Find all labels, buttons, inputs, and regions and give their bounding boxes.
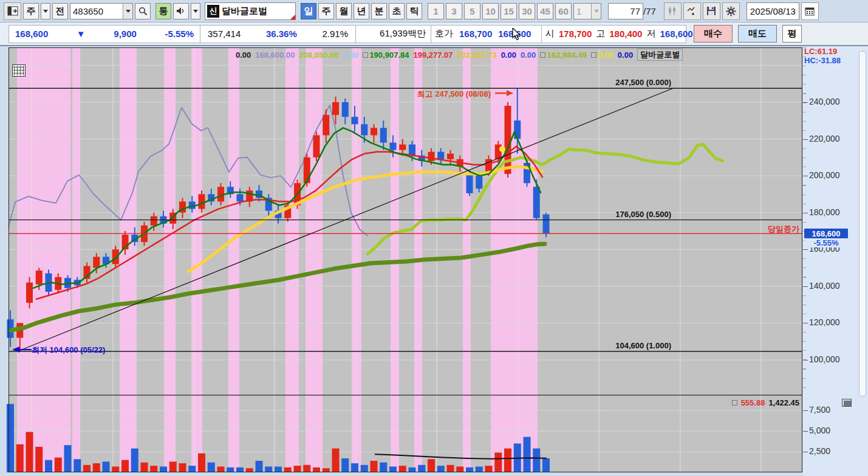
candle bbox=[199, 194, 205, 209]
volume-bar bbox=[208, 463, 215, 472]
candle bbox=[237, 194, 244, 201]
current-pct-axis-label: -5.55% bbox=[804, 238, 848, 247]
candle bbox=[505, 106, 511, 174]
candle bbox=[26, 283, 33, 303]
volume-bar bbox=[323, 468, 330, 472]
volume-bar bbox=[217, 467, 225, 472]
trade-amount: 61,939백만 bbox=[380, 28, 426, 40]
volume-bar bbox=[447, 465, 454, 472]
volume-bar bbox=[73, 459, 81, 472]
candle-tool-button[interactable] bbox=[664, 2, 682, 20]
settings-button[interactable] bbox=[722, 2, 740, 20]
save-button[interactable] bbox=[703, 2, 720, 20]
price-axis-label: 140,000 bbox=[809, 281, 840, 291]
fib-low-label: 104,600 (1.000) bbox=[550, 341, 671, 350]
period-tick-button[interactable]: 틱 bbox=[406, 3, 422, 19]
minute-10-button[interactable]: 10 bbox=[482, 3, 499, 19]
chart-kind-button[interactable]: 주 bbox=[23, 3, 39, 19]
price-axis-label: 120,000 bbox=[809, 317, 840, 327]
period-second-button[interactable]: 초 bbox=[389, 3, 405, 19]
volume-bar bbox=[303, 465, 310, 472]
legend-item: 190,907.84 bbox=[363, 50, 409, 60]
period-year-button[interactable]: 년 bbox=[354, 3, 369, 19]
period-minute-button[interactable]: 분 bbox=[371, 3, 387, 19]
date-input[interactable]: 2025/08/13 bbox=[747, 2, 799, 20]
candle bbox=[476, 176, 482, 188]
highlight-stripe bbox=[191, 47, 202, 472]
search-button[interactable] bbox=[135, 3, 151, 19]
volume-ma1-value: 555.88 bbox=[741, 398, 765, 407]
candlestick-icon bbox=[668, 6, 677, 16]
legend-item: 0.00 bbox=[343, 50, 358, 60]
minute-combo-dropdown[interactable] bbox=[591, 4, 601, 19]
period-day-button[interactable]: 일 bbox=[301, 3, 316, 19]
chart-kind-dropdown[interactable] bbox=[41, 3, 50, 19]
sound-button[interactable] bbox=[173, 3, 189, 19]
save-icon bbox=[706, 6, 716, 16]
chevron-down-icon bbox=[594, 10, 599, 13]
period-month-button[interactable]: 월 bbox=[336, 3, 352, 19]
volume-bar bbox=[141, 463, 148, 472]
minute-60-button[interactable]: 60 bbox=[555, 3, 572, 19]
price-axis-label: 100,000 bbox=[809, 354, 840, 364]
gear-icon bbox=[726, 6, 736, 16]
volume-bar bbox=[409, 467, 416, 472]
stock-code-input[interactable]: 483650 bbox=[70, 6, 123, 16]
candle bbox=[342, 102, 349, 117]
prev-stock-button[interactable]: 전 bbox=[52, 3, 68, 19]
search-icon bbox=[138, 7, 148, 16]
chart-canvas[interactable] bbox=[0, 46, 868, 476]
data-grid-icon[interactable] bbox=[12, 64, 26, 77]
minute-45-button[interactable]: 45 bbox=[537, 3, 553, 19]
trade-volume: 357,414 bbox=[208, 29, 241, 39]
volume-pane-icon[interactable] bbox=[842, 399, 852, 407]
sound-dropdown[interactable] bbox=[191, 3, 200, 19]
candle bbox=[437, 152, 444, 159]
candle bbox=[447, 154, 454, 159]
minute-combo[interactable]: 1 bbox=[573, 3, 601, 19]
bar-count-input[interactable]: 77 bbox=[608, 3, 643, 19]
window-layout-icon bbox=[7, 6, 18, 16]
avg-button[interactable]: 평 bbox=[782, 25, 802, 43]
candle bbox=[409, 145, 415, 156]
line-tool-button[interactable] bbox=[683, 2, 701, 20]
highlight-stripe bbox=[228, 47, 239, 472]
tong-button[interactable]: 통 bbox=[155, 3, 171, 19]
volume-bar bbox=[227, 467, 234, 472]
volume-bar bbox=[150, 466, 157, 472]
volume-ratio: 2.91% bbox=[322, 29, 348, 39]
price-axis-label: 240,000 bbox=[809, 97, 840, 106]
candle bbox=[323, 115, 329, 135]
current-price-axis-box: 168,600 bbox=[804, 229, 848, 238]
buy-button[interactable]: 매수 bbox=[694, 25, 733, 43]
corner-marker-icon bbox=[290, 15, 295, 19]
highlight-stripe bbox=[17, 47, 70, 472]
sell-button[interactable]: 매도 bbox=[738, 25, 777, 43]
minute-1-button[interactable]: 1 bbox=[428, 3, 444, 19]
window-layout-button[interactable] bbox=[4, 2, 21, 20]
highlight-stripe bbox=[491, 47, 538, 472]
volume-bar bbox=[418, 465, 425, 472]
volume-bar bbox=[437, 466, 445, 472]
legend-item: 0.00 bbox=[236, 50, 251, 60]
volume-bar bbox=[112, 467, 119, 472]
legend-item: 0.00 bbox=[501, 50, 516, 60]
price-summary: 168,600 ▼ 9,900 -5.55% bbox=[9, 25, 200, 43]
period-week-button[interactable]: 주 bbox=[318, 3, 334, 19]
highlight-stripe bbox=[463, 47, 471, 472]
new-stock-badge: 신 bbox=[207, 5, 219, 18]
stock-name-box[interactable]: 신 달바글로벌 bbox=[205, 2, 296, 20]
volume-bar bbox=[265, 467, 272, 472]
candle bbox=[533, 187, 540, 218]
minute-15-button[interactable]: 15 bbox=[501, 3, 517, 19]
candle bbox=[390, 143, 397, 150]
minute-5-button[interactable]: 5 bbox=[464, 3, 480, 19]
calendar-button[interactable] bbox=[801, 2, 819, 20]
bar-count-total: /77 bbox=[643, 6, 656, 16]
stock-code-combo[interactable]: 483650 bbox=[70, 3, 133, 19]
minute-3-button[interactable]: 3 bbox=[446, 3, 462, 19]
axis-scrollbar[interactable] bbox=[859, 51, 866, 396]
code-dropdown[interactable] bbox=[123, 4, 132, 19]
high-price: 180,400 bbox=[609, 29, 642, 39]
minute-30-button[interactable]: 30 bbox=[519, 3, 535, 19]
